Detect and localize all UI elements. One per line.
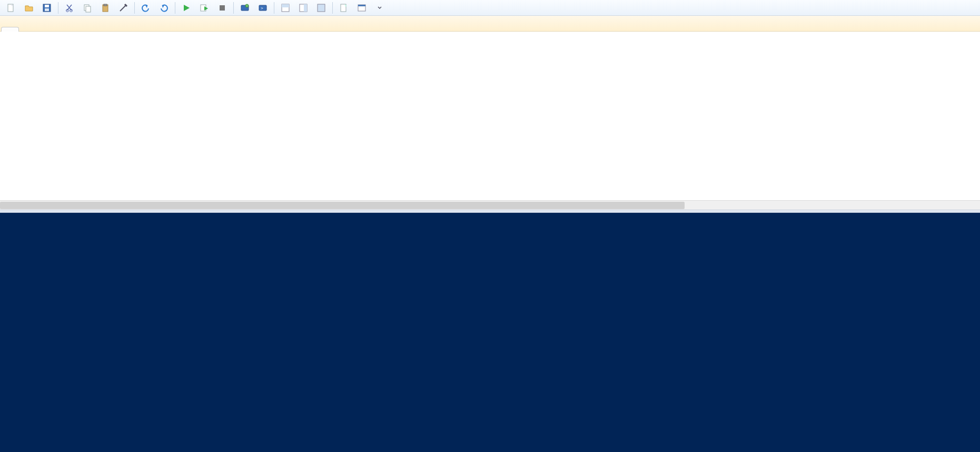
toolbar-separator <box>175 2 175 14</box>
undo-button[interactable] <box>137 2 155 14</box>
show-command-addon-button[interactable] <box>335 2 353 14</box>
script-editor <box>0 32 980 210</box>
show-command-window-button[interactable] <box>353 2 371 14</box>
run-selection-button[interactable] <box>195 2 213 14</box>
svg-rect-19 <box>304 4 307 12</box>
svg-point-13 <box>245 4 249 7</box>
toolbar: > <box>0 0 980 16</box>
cut-button[interactable] <box>61 2 78 14</box>
console-pane[interactable] <box>0 213 980 452</box>
editor-body[interactable] <box>0 32 980 200</box>
horizontal-scrollbar[interactable] <box>0 200 980 210</box>
show-script-pane-right-button[interactable] <box>294 2 312 14</box>
svg-rect-7 <box>86 6 91 12</box>
clear-button[interactable] <box>114 2 132 14</box>
copy-button[interactable] <box>78 2 96 14</box>
toolbar-separator <box>233 2 234 14</box>
code-area[interactable] <box>45 32 980 200</box>
svg-rect-11 <box>220 5 225 11</box>
stop-button[interactable] <box>213 2 231 14</box>
svg-rect-9 <box>104 4 107 6</box>
file-tab[interactable] <box>1 27 19 32</box>
open-file-button[interactable] <box>20 2 38 14</box>
redo-button[interactable] <box>155 2 173 14</box>
svg-rect-3 <box>45 8 49 11</box>
new-file-button[interactable] <box>2 2 20 14</box>
svg-rect-23 <box>358 5 365 6</box>
show-script-pane-max-button[interactable] <box>312 2 330 14</box>
file-tabstrip <box>0 16 980 32</box>
svg-text:>: > <box>261 6 263 11</box>
toolbar-separator <box>134 2 135 14</box>
scrollbar-thumb[interactable] <box>0 202 685 209</box>
line-number-gutter <box>0 32 45 200</box>
svg-rect-17 <box>282 4 289 7</box>
run-script-button[interactable] <box>177 2 195 14</box>
save-button[interactable] <box>38 2 56 14</box>
toolbar-separator <box>332 2 333 14</box>
svg-rect-2 <box>45 5 49 7</box>
powershell-ise-window: > <box>0 0 980 452</box>
svg-rect-20 <box>318 4 325 12</box>
paste-button[interactable] <box>96 2 114 14</box>
show-script-pane-top-button[interactable] <box>276 2 294 14</box>
toolbar-separator <box>58 2 58 14</box>
new-remote-tab-button[interactable] <box>236 2 254 14</box>
toolbar-overflow-button[interactable] <box>371 2 389 14</box>
toolbar-separator <box>274 2 274 14</box>
start-powershell-button[interactable]: > <box>254 2 272 14</box>
